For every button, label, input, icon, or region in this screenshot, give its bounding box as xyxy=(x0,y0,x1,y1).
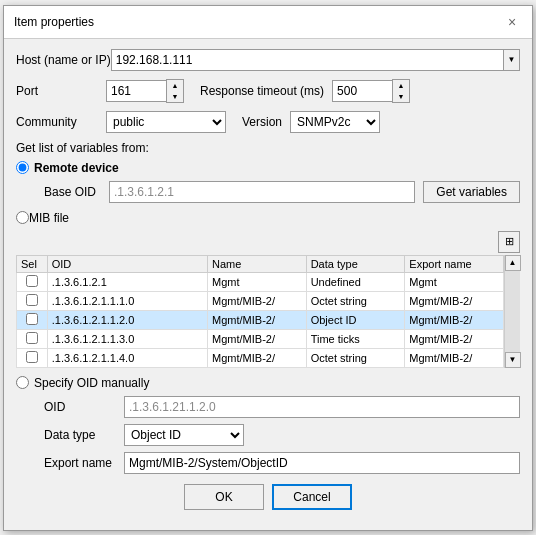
port-label: Port xyxy=(16,84,106,98)
table-row[interactable]: .1.3.6.1.2.1.1.1.0 Mgmt/MIB-2/ Octet str… xyxy=(17,291,504,310)
dialog-body: Host (name or IP) ▼ Port ▲ ▼ Response ti… xyxy=(4,39,532,530)
row-name: Mgmt/MIB-2/ xyxy=(208,329,307,348)
row-checkbox[interactable] xyxy=(26,313,38,325)
mib-file-label: MIB file xyxy=(29,211,69,225)
oid-field-row: OID xyxy=(44,396,520,418)
table-outer: Sel OID Name Data type Export name .1.3.… xyxy=(16,255,520,368)
scroll-track xyxy=(505,271,520,352)
table-header-row: Sel OID Name Data type Export name xyxy=(17,255,504,272)
row-exportname: Mgmt/MIB-2/ xyxy=(405,291,504,310)
specify-oid-radio[interactable] xyxy=(16,376,29,389)
row-exportname: Mgmt/MIB-2/ xyxy=(405,310,504,329)
row-oid: .1.3.6.1.2.1.1.3.0 xyxy=(47,329,207,348)
table-row[interactable]: .1.3.6.1.2.1.1.4.0 Mgmt/MIB-2/ Octet str… xyxy=(17,348,504,367)
item-properties-dialog: Item properties × Host (name or IP) ▼ Po… xyxy=(3,5,533,531)
col-header-datatype: Data type xyxy=(306,255,405,272)
export-name-input[interactable] xyxy=(124,452,520,474)
dialog-title: Item properties xyxy=(14,15,94,29)
version-label: Version xyxy=(242,115,282,129)
specify-oid-label: Specify OID manually xyxy=(34,376,149,390)
port-input[interactable] xyxy=(106,80,166,102)
table-row[interactable]: .1.3.6.1.2.1.1.2.0 Mgmt/MIB-2/ Object ID… xyxy=(17,310,504,329)
row-datatype: Time ticks xyxy=(306,329,405,348)
get-variables-button[interactable]: Get variables xyxy=(423,181,520,203)
table-row[interactable]: .1.3.6.1.2.1 Mgmt Undefined Mgmt xyxy=(17,272,504,291)
col-header-name: Name xyxy=(208,255,307,272)
remote-device-radio[interactable] xyxy=(16,161,29,174)
response-timeout-label: Response timeout (ms) xyxy=(200,84,324,98)
host-label: Host (name or IP) xyxy=(16,53,111,67)
col-header-export: Export name xyxy=(405,255,504,272)
response-spinner-buttons: ▲ ▼ xyxy=(392,79,410,103)
response-down-button[interactable]: ▼ xyxy=(393,91,409,102)
version-select[interactable]: SNMPv1 SNMPv2c SNMPv3 xyxy=(290,111,380,133)
host-wrap: ▼ xyxy=(111,49,520,71)
port-down-button[interactable]: ▼ xyxy=(167,91,183,102)
row-checkbox[interactable] xyxy=(26,332,38,344)
variables-table: Sel OID Name Data type Export name .1.3.… xyxy=(16,255,504,368)
title-bar: Item properties × xyxy=(4,6,532,39)
row-checkbox-cell[interactable] xyxy=(17,348,48,367)
row-name: Mgmt/MIB-2/ xyxy=(208,291,307,310)
base-oid-row: Base OID Get variables xyxy=(44,181,520,203)
scroll-up-button[interactable]: ▲ xyxy=(505,255,521,271)
row-checkbox-cell[interactable] xyxy=(17,272,48,291)
export-name-label: Export name xyxy=(44,456,124,470)
row-name: Mgmt/MIB-2/ xyxy=(208,310,307,329)
specify-oid-radio-row: Specify OID manually xyxy=(16,376,520,390)
community-select[interactable]: public xyxy=(106,111,226,133)
table-scroll-area: Sel OID Name Data type Export name .1.3.… xyxy=(16,255,504,368)
row-name: Mgmt xyxy=(208,272,307,291)
table-scrollbar[interactable]: ▲ ▼ xyxy=(504,255,520,368)
response-up-button[interactable]: ▲ xyxy=(393,80,409,91)
row-datatype: Object ID xyxy=(306,310,405,329)
col-header-sel: Sel xyxy=(17,255,48,272)
community-label: Community xyxy=(16,115,106,129)
row-oid: .1.3.6.1.2.1.1.1.0 xyxy=(47,291,207,310)
specify-oid-section: OID Data type Undefined Integer Octet st… xyxy=(16,396,520,474)
row-checkbox-cell[interactable] xyxy=(17,310,48,329)
table-toolbar: ⊞ xyxy=(16,231,520,253)
row-exportname: Mgmt/MIB-2/ xyxy=(405,348,504,367)
table-row[interactable]: .1.3.6.1.2.1.1.3.0 Mgmt/MIB-2/ Time tick… xyxy=(17,329,504,348)
row-datatype: Undefined xyxy=(306,272,405,291)
row-name: Mgmt/MIB-2/ xyxy=(208,348,307,367)
data-type-label: Data type xyxy=(44,428,124,442)
export-name-row: Export name xyxy=(44,452,520,474)
row-checkbox[interactable] xyxy=(26,294,38,306)
table-toolbar-button[interactable]: ⊞ xyxy=(498,231,520,253)
remote-device-label: Remote device xyxy=(34,161,119,175)
port-spinner: ▲ ▼ xyxy=(106,79,184,103)
row-checkbox[interactable] xyxy=(26,275,38,287)
row-checkbox-cell[interactable] xyxy=(17,329,48,348)
oid-field-label: OID xyxy=(44,400,124,414)
row-oid: .1.3.6.1.2.1.1.4.0 xyxy=(47,348,207,367)
ok-button[interactable]: OK xyxy=(184,484,264,510)
response-timeout-input[interactable] xyxy=(332,80,392,102)
base-oid-input[interactable] xyxy=(109,181,415,203)
oid-field-input[interactable] xyxy=(124,396,520,418)
scroll-down-button[interactable]: ▼ xyxy=(505,352,521,368)
community-version-row: Community public Version SNMPv1 SNMPv2c … xyxy=(16,111,520,133)
row-oid: .1.3.6.1.2.1 xyxy=(47,272,207,291)
port-spinner-buttons: ▲ ▼ xyxy=(166,79,184,103)
mib-file-radio[interactable] xyxy=(16,211,29,224)
cancel-button[interactable]: Cancel xyxy=(272,484,352,510)
host-row: Host (name or IP) ▼ xyxy=(16,49,520,71)
button-row: OK Cancel xyxy=(16,484,520,520)
host-dropdown-arrow[interactable]: ▼ xyxy=(504,49,520,71)
row-datatype: Octet string xyxy=(306,348,405,367)
row-checkbox[interactable] xyxy=(26,351,38,363)
get-list-label: Get list of variables from: xyxy=(16,141,520,155)
row-oid: .1.3.6.1.2.1.1.2.0 xyxy=(47,310,207,329)
base-oid-label: Base OID xyxy=(44,185,109,199)
row-exportname: Mgmt/MIB-2/ xyxy=(405,329,504,348)
remote-device-radio-row: Remote device xyxy=(16,161,520,175)
row-datatype: Octet string xyxy=(306,291,405,310)
port-up-button[interactable]: ▲ xyxy=(167,80,183,91)
host-input[interactable] xyxy=(111,49,504,71)
row-exportname: Mgmt xyxy=(405,272,504,291)
data-type-select[interactable]: Undefined Integer Octet string Object ID… xyxy=(124,424,244,446)
close-button[interactable]: × xyxy=(502,12,522,32)
row-checkbox-cell[interactable] xyxy=(17,291,48,310)
